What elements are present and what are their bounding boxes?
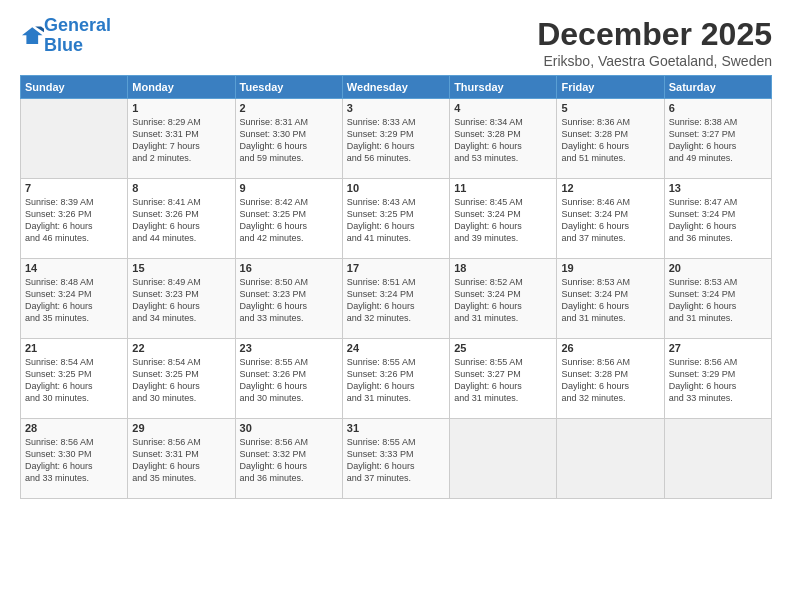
day-info: Sunrise: 8:46 AM Sunset: 3:24 PM Dayligh… [561, 196, 659, 245]
calendar-week-row: 14Sunrise: 8:48 AM Sunset: 3:24 PM Dayli… [21, 259, 772, 339]
calendar-cell: 15Sunrise: 8:49 AM Sunset: 3:23 PM Dayli… [128, 259, 235, 339]
day-number: 6 [669, 102, 767, 114]
title-block: December 2025 Eriksbo, Vaestra Goetaland… [537, 16, 772, 69]
day-number: 20 [669, 262, 767, 274]
calendar-cell: 3Sunrise: 8:33 AM Sunset: 3:29 PM Daylig… [342, 99, 449, 179]
day-number: 28 [25, 422, 123, 434]
page-container: General Blue December 2025 Eriksbo, Vaes… [0, 0, 792, 509]
day-number: 8 [132, 182, 230, 194]
day-info: Sunrise: 8:43 AM Sunset: 3:25 PM Dayligh… [347, 196, 445, 245]
month-title: December 2025 [537, 16, 772, 53]
day-info: Sunrise: 8:34 AM Sunset: 3:28 PM Dayligh… [454, 116, 552, 165]
calendar-cell: 26Sunrise: 8:56 AM Sunset: 3:28 PM Dayli… [557, 339, 664, 419]
day-info: Sunrise: 8:49 AM Sunset: 3:23 PM Dayligh… [132, 276, 230, 325]
calendar-cell: 8Sunrise: 8:41 AM Sunset: 3:26 PM Daylig… [128, 179, 235, 259]
day-info: Sunrise: 8:41 AM Sunset: 3:26 PM Dayligh… [132, 196, 230, 245]
calendar-cell: 28Sunrise: 8:56 AM Sunset: 3:30 PM Dayli… [21, 419, 128, 499]
calendar-cell: 12Sunrise: 8:46 AM Sunset: 3:24 PM Dayli… [557, 179, 664, 259]
calendar-cell: 6Sunrise: 8:38 AM Sunset: 3:27 PM Daylig… [664, 99, 771, 179]
calendar-cell: 20Sunrise: 8:53 AM Sunset: 3:24 PM Dayli… [664, 259, 771, 339]
day-number: 12 [561, 182, 659, 194]
day-info: Sunrise: 8:55 AM Sunset: 3:27 PM Dayligh… [454, 356, 552, 405]
calendar-week-row: 7Sunrise: 8:39 AM Sunset: 3:26 PM Daylig… [21, 179, 772, 259]
calendar-cell: 9Sunrise: 8:42 AM Sunset: 3:25 PM Daylig… [235, 179, 342, 259]
calendar-cell: 21Sunrise: 8:54 AM Sunset: 3:25 PM Dayli… [21, 339, 128, 419]
day-info: Sunrise: 8:54 AM Sunset: 3:25 PM Dayligh… [25, 356, 123, 405]
calendar-cell [557, 419, 664, 499]
calendar-cell: 10Sunrise: 8:43 AM Sunset: 3:25 PM Dayli… [342, 179, 449, 259]
day-number: 27 [669, 342, 767, 354]
day-number: 29 [132, 422, 230, 434]
day-info: Sunrise: 8:55 AM Sunset: 3:26 PM Dayligh… [347, 356, 445, 405]
calendar-cell: 25Sunrise: 8:55 AM Sunset: 3:27 PM Dayli… [450, 339, 557, 419]
calendar-cell: 2Sunrise: 8:31 AM Sunset: 3:30 PM Daylig… [235, 99, 342, 179]
calendar-cell: 18Sunrise: 8:52 AM Sunset: 3:24 PM Dayli… [450, 259, 557, 339]
day-info: Sunrise: 8:55 AM Sunset: 3:26 PM Dayligh… [240, 356, 338, 405]
calendar-cell: 31Sunrise: 8:55 AM Sunset: 3:33 PM Dayli… [342, 419, 449, 499]
day-info: Sunrise: 8:55 AM Sunset: 3:33 PM Dayligh… [347, 436, 445, 485]
logo-text: General Blue [44, 16, 111, 56]
day-number: 9 [240, 182, 338, 194]
weekday-header: Saturday [664, 76, 771, 99]
day-number: 19 [561, 262, 659, 274]
day-number: 5 [561, 102, 659, 114]
weekday-header: Wednesday [342, 76, 449, 99]
day-info: Sunrise: 8:45 AM Sunset: 3:24 PM Dayligh… [454, 196, 552, 245]
day-info: Sunrise: 8:51 AM Sunset: 3:24 PM Dayligh… [347, 276, 445, 325]
day-number: 13 [669, 182, 767, 194]
calendar-week-row: 28Sunrise: 8:56 AM Sunset: 3:30 PM Dayli… [21, 419, 772, 499]
day-number: 15 [132, 262, 230, 274]
header: General Blue December 2025 Eriksbo, Vaes… [20, 16, 772, 69]
day-info: Sunrise: 8:56 AM Sunset: 3:31 PM Dayligh… [132, 436, 230, 485]
day-info: Sunrise: 8:29 AM Sunset: 3:31 PM Dayligh… [132, 116, 230, 165]
day-number: 11 [454, 182, 552, 194]
day-number: 30 [240, 422, 338, 434]
day-number: 7 [25, 182, 123, 194]
calendar-cell: 29Sunrise: 8:56 AM Sunset: 3:31 PM Dayli… [128, 419, 235, 499]
svg-marker-0 [22, 27, 43, 44]
day-info: Sunrise: 8:38 AM Sunset: 3:27 PM Dayligh… [669, 116, 767, 165]
day-info: Sunrise: 8:33 AM Sunset: 3:29 PM Dayligh… [347, 116, 445, 165]
day-number: 31 [347, 422, 445, 434]
calendar-cell: 5Sunrise: 8:36 AM Sunset: 3:28 PM Daylig… [557, 99, 664, 179]
day-info: Sunrise: 8:48 AM Sunset: 3:24 PM Dayligh… [25, 276, 123, 325]
weekday-header: Monday [128, 76, 235, 99]
day-number: 24 [347, 342, 445, 354]
day-number: 18 [454, 262, 552, 274]
calendar-week-row: 1Sunrise: 8:29 AM Sunset: 3:31 PM Daylig… [21, 99, 772, 179]
calendar-table: SundayMondayTuesdayWednesdayThursdayFrid… [20, 75, 772, 499]
calendar-cell: 7Sunrise: 8:39 AM Sunset: 3:26 PM Daylig… [21, 179, 128, 259]
day-info: Sunrise: 8:50 AM Sunset: 3:23 PM Dayligh… [240, 276, 338, 325]
day-number: 22 [132, 342, 230, 354]
calendar-cell: 13Sunrise: 8:47 AM Sunset: 3:24 PM Dayli… [664, 179, 771, 259]
calendar-cell: 16Sunrise: 8:50 AM Sunset: 3:23 PM Dayli… [235, 259, 342, 339]
day-info: Sunrise: 8:54 AM Sunset: 3:25 PM Dayligh… [132, 356, 230, 405]
day-info: Sunrise: 8:56 AM Sunset: 3:30 PM Dayligh… [25, 436, 123, 485]
day-info: Sunrise: 8:39 AM Sunset: 3:26 PM Dayligh… [25, 196, 123, 245]
weekday-header: Thursday [450, 76, 557, 99]
logo-icon [22, 25, 44, 47]
calendar-week-row: 21Sunrise: 8:54 AM Sunset: 3:25 PM Dayli… [21, 339, 772, 419]
day-info: Sunrise: 8:31 AM Sunset: 3:30 PM Dayligh… [240, 116, 338, 165]
calendar-cell: 1Sunrise: 8:29 AM Sunset: 3:31 PM Daylig… [128, 99, 235, 179]
logo: General Blue [20, 16, 111, 56]
day-info: Sunrise: 8:36 AM Sunset: 3:28 PM Dayligh… [561, 116, 659, 165]
calendar-cell: 11Sunrise: 8:45 AM Sunset: 3:24 PM Dayli… [450, 179, 557, 259]
day-info: Sunrise: 8:53 AM Sunset: 3:24 PM Dayligh… [561, 276, 659, 325]
day-number: 21 [25, 342, 123, 354]
day-number: 23 [240, 342, 338, 354]
day-info: Sunrise: 8:56 AM Sunset: 3:28 PM Dayligh… [561, 356, 659, 405]
day-info: Sunrise: 8:52 AM Sunset: 3:24 PM Dayligh… [454, 276, 552, 325]
day-number: 3 [347, 102, 445, 114]
day-number: 10 [347, 182, 445, 194]
weekday-header: Tuesday [235, 76, 342, 99]
calendar-cell: 27Sunrise: 8:56 AM Sunset: 3:29 PM Dayli… [664, 339, 771, 419]
day-number: 17 [347, 262, 445, 274]
weekday-header: Friday [557, 76, 664, 99]
day-number: 2 [240, 102, 338, 114]
calendar-cell: 22Sunrise: 8:54 AM Sunset: 3:25 PM Dayli… [128, 339, 235, 419]
day-number: 25 [454, 342, 552, 354]
calendar-cell: 17Sunrise: 8:51 AM Sunset: 3:24 PM Dayli… [342, 259, 449, 339]
location: Eriksbo, Vaestra Goetaland, Sweden [537, 53, 772, 69]
day-info: Sunrise: 8:42 AM Sunset: 3:25 PM Dayligh… [240, 196, 338, 245]
